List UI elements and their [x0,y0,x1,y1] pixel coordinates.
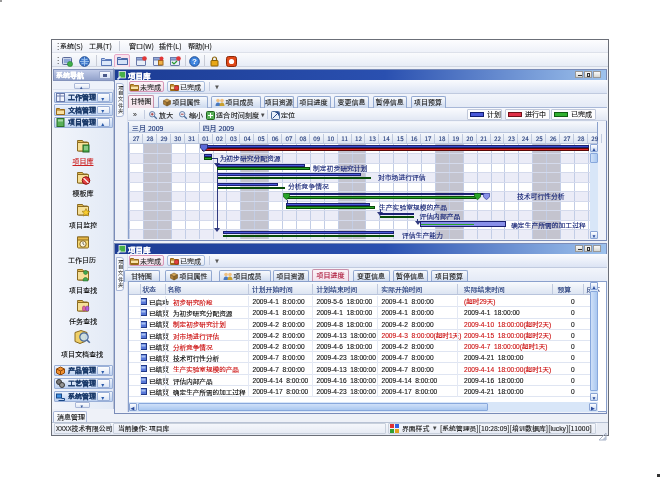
svg-text:?: ? [192,56,197,66]
